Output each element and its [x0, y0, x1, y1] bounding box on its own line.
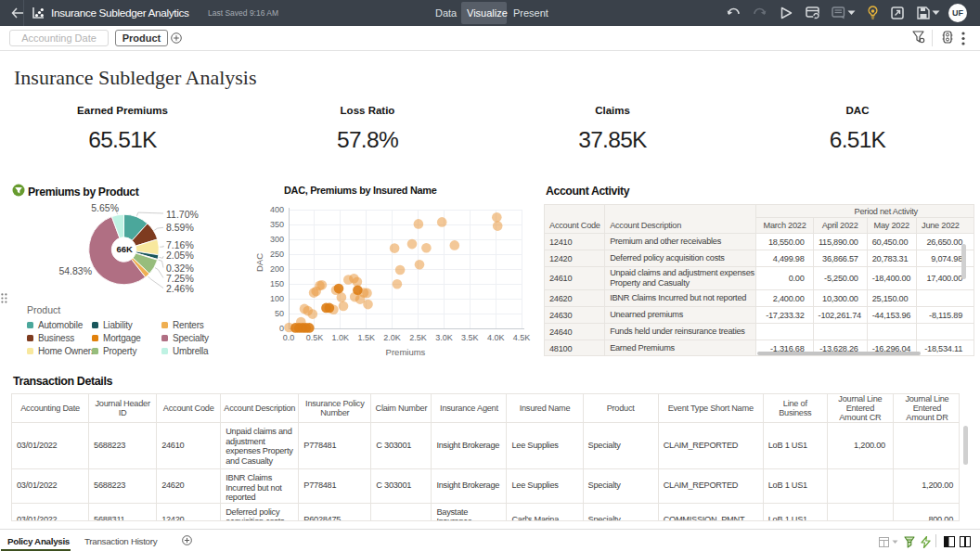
svg-text:2.05%: 2.05% [166, 250, 194, 261]
svg-text:DAC: DAC [255, 253, 264, 272]
svg-text:400: 400 [270, 205, 284, 214]
svg-text:Premiums: Premiums [386, 347, 426, 357]
svg-text:3.5K: 3.5K [461, 333, 479, 342]
svg-text:0.5K: 0.5K [306, 333, 324, 342]
svg-text:50: 50 [275, 309, 284, 318]
svg-text:2.0K: 2.0K [383, 333, 401, 342]
svg-text:1.0K: 1.0K [332, 333, 350, 342]
svg-text:300: 300 [270, 235, 284, 244]
svg-text:2.5K: 2.5K [409, 333, 427, 342]
svg-text:200: 200 [270, 264, 284, 274]
svg-text:350: 350 [270, 220, 284, 229]
svg-text:4.5K: 4.5K [513, 333, 531, 342]
svg-text:66K: 66K [116, 244, 133, 254]
svg-text:250: 250 [270, 250, 284, 259]
svg-text:3.0K: 3.0K [435, 333, 453, 342]
svg-text:0: 0 [279, 324, 284, 333]
svg-text:54.83%: 54.83% [58, 265, 92, 276]
svg-text:100: 100 [270, 294, 284, 303]
svg-text:5.65%: 5.65% [91, 202, 119, 213]
svg-text:1.5K: 1.5K [357, 333, 375, 342]
svg-text:11.70%: 11.70% [166, 209, 199, 220]
svg-text:0.0: 0.0 [283, 333, 295, 342]
svg-text:4.0K: 4.0K [487, 333, 505, 342]
svg-text:150: 150 [270, 279, 284, 288]
svg-text:2.46%: 2.46% [166, 283, 194, 294]
svg-text:8.59%: 8.59% [166, 222, 194, 233]
